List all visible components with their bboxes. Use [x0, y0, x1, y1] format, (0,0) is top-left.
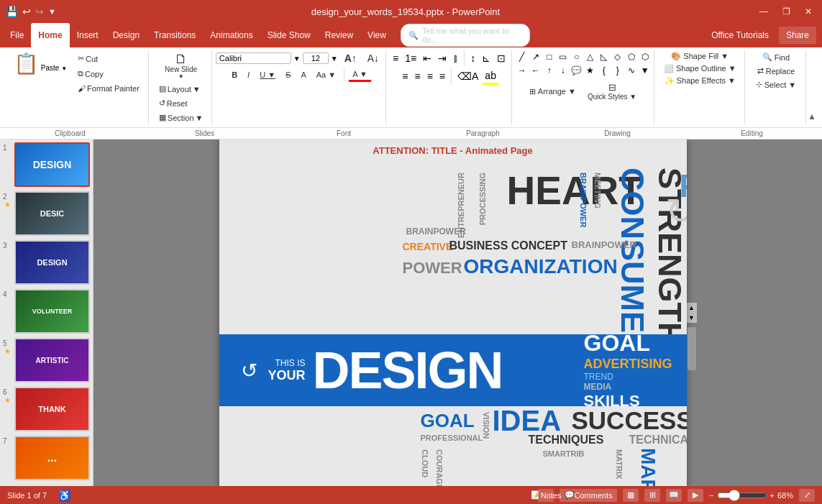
- change-case-button[interactable]: Aa ▼: [312, 68, 340, 81]
- align-left-button[interactable]: ≡: [399, 68, 411, 84]
- restore-button[interactable]: ❐: [778, 5, 795, 18]
- cut-button[interactable]: ✂ Cut: [73, 52, 144, 65]
- slide-thumb-1[interactable]: 1 DESIGN: [3, 142, 90, 187]
- menu-design[interactable]: Design: [106, 23, 147, 47]
- brace-r-shape[interactable]: }: [611, 64, 624, 77]
- decrease-indent-button[interactable]: ⇤: [420, 50, 434, 66]
- increase-font-button[interactable]: A↑: [340, 50, 361, 66]
- redo-icon[interactable]: ↪: [35, 6, 44, 17]
- pentagon-shape[interactable]: ⬠: [625, 50, 638, 63]
- triangle-shape[interactable]: △: [584, 50, 597, 63]
- close-button[interactable]: ✕: [800, 5, 816, 18]
- arrow-l-shape[interactable]: ←: [529, 64, 542, 77]
- menu-home[interactable]: Home: [31, 23, 69, 47]
- strikethrough-button[interactable]: S: [281, 68, 295, 81]
- slide-preview-1[interactable]: DESIGN: [14, 142, 90, 187]
- diamond-shape[interactable]: ◇: [611, 50, 624, 63]
- callout-shape[interactable]: 💬: [570, 64, 583, 77]
- zoom-out-icon[interactable]: −: [709, 491, 713, 500]
- notes-button[interactable]: 📝 Notes: [538, 489, 554, 502]
- font-color-button[interactable]: A ▼: [348, 68, 372, 82]
- slide-thumb-4[interactable]: 4 VOLUNTEER: [3, 289, 90, 334]
- slide-thumb-5[interactable]: 5 ★ ARTISTIC: [3, 338, 90, 382]
- shape-fill-button[interactable]: 🎨 Shape Fill ▼: [667, 50, 732, 63]
- text-direction-button[interactable]: ⊾: [479, 50, 493, 66]
- slide-thumb-2[interactable]: 2 ★ DESIC: [3, 191, 90, 236]
- zoom-slider[interactable]: [717, 490, 767, 501]
- slide-thumb-7[interactable]: 7 ...: [3, 436, 90, 480]
- menu-insert[interactable]: Insert: [70, 23, 106, 47]
- slide-preview-6[interactable]: THANK: [14, 387, 90, 431]
- ribbon-expand-icon[interactable]: ▲: [808, 111, 816, 122]
- tell-me-box[interactable]: 🔍 Tell me what you want to do...: [401, 24, 530, 47]
- copy-button[interactable]: ⧉ Copy: [73, 67, 144, 81]
- justify-button[interactable]: ≡: [437, 68, 448, 84]
- arrange-button[interactable]: ⊞ Arrange ▼: [525, 85, 580, 98]
- round-rect-shape[interactable]: ▭: [557, 50, 570, 63]
- menu-file[interactable]: File: [3, 23, 31, 47]
- new-slide-button[interactable]: 🗋 New Slide ▼: [161, 50, 201, 82]
- increase-indent-button[interactable]: ⇥: [435, 50, 449, 66]
- more-shapes[interactable]: ▼: [639, 64, 652, 77]
- zoom-in-icon[interactable]: +: [770, 491, 775, 500]
- arrow-u-shape[interactable]: ↑: [543, 64, 556, 77]
- scroll-thumb[interactable]: [688, 327, 696, 370]
- vertical-scrollbar[interactable]: ▲ ▼: [687, 303, 697, 323]
- scroll-down-button[interactable]: ▼: [687, 313, 697, 323]
- share-button[interactable]: Share: [779, 27, 816, 44]
- text-highlight-button[interactable]: ab: [482, 68, 499, 85]
- rt-triangle-shape[interactable]: ◺: [598, 50, 611, 63]
- shape-outline-button[interactable]: ⬜ Shape Outline ▼: [660, 63, 740, 75]
- comments-button[interactable]: 💬 Comments: [560, 489, 617, 502]
- layout-button[interactable]: ▤ Layout ▼: [155, 82, 208, 96]
- slide-preview-7[interactable]: ...: [14, 436, 90, 480]
- quick-styles-button[interactable]: ⊟ Quick Styles ▼: [583, 78, 641, 104]
- slide-sorter-button[interactable]: ⊞: [644, 489, 660, 502]
- clear-formatting-button[interactable]: ⌫A: [455, 68, 481, 84]
- format-painter-button[interactable]: 🖌 Format Painter: [73, 82, 144, 95]
- slideshow-button[interactable]: ▶: [688, 489, 703, 502]
- section-button[interactable]: ▦ Section ▼: [155, 111, 208, 124]
- convert-to-smartart-button[interactable]: ⊡: [494, 50, 508, 66]
- slide-canvas[interactable]: ATTENTION: TITLE - Animated Page ENTREPR…: [219, 139, 687, 486]
- font-size-input[interactable]: [303, 52, 329, 64]
- scroll-up-button[interactable]: ▲: [687, 303, 697, 313]
- line-shape[interactable]: ╱: [516, 50, 529, 63]
- office-tutorials-link[interactable]: Office Tutorials: [704, 23, 776, 47]
- ribbon-expand[interactable]: ▲: [808, 50, 819, 124]
- menu-animations[interactable]: Animations: [203, 23, 260, 47]
- font-name-input[interactable]: [216, 52, 291, 64]
- arrow-d-shape[interactable]: ↓: [557, 64, 570, 77]
- find-button[interactable]: 🔍 Find: [757, 50, 795, 64]
- customize-icon[interactable]: ▼: [48, 7, 56, 16]
- minimize-button[interactable]: —: [755, 5, 772, 18]
- reset-button[interactable]: ↺ Reset: [155, 96, 208, 110]
- columns-button[interactable]: ⫿: [450, 50, 461, 66]
- text-shadow-button[interactable]: A: [296, 68, 310, 81]
- slide-preview-2[interactable]: DESIC: [14, 191, 90, 236]
- fit-to-window-button[interactable]: ⤢: [799, 489, 815, 502]
- normal-view-button[interactable]: ▦: [623, 489, 639, 502]
- slide-preview-4[interactable]: VOLUNTEER: [14, 289, 90, 334]
- menu-transitions[interactable]: Transitions: [147, 23, 203, 47]
- undo-icon[interactable]: ↩: [22, 6, 31, 17]
- decrease-font-button[interactable]: A↓: [363, 50, 383, 66]
- menu-slideshow[interactable]: Slide Show: [260, 23, 318, 47]
- paste-button[interactable]: 📋 Paste ▼: [7, 50, 73, 78]
- numbering-button[interactable]: 1≡: [402, 50, 419, 66]
- reading-view-button[interactable]: 📖: [666, 489, 682, 502]
- select-button[interactable]: ⊹ Select ▼: [751, 78, 801, 91]
- hexagon-shape[interactable]: ⬡: [639, 50, 652, 63]
- shape-effects-button[interactable]: ✨ Shape Effects ▼: [661, 75, 739, 87]
- arrow-shape[interactable]: ↗: [529, 50, 542, 63]
- align-right-button[interactable]: ≡: [424, 68, 436, 84]
- slide-preview-5[interactable]: ARTISTIC: [14, 338, 90, 382]
- font-size-dropdown[interactable]: ▼: [331, 55, 338, 63]
- menu-review[interactable]: Review: [318, 23, 360, 47]
- save-icon[interactable]: 💾: [6, 6, 18, 17]
- bullets-button[interactable]: ≡: [390, 50, 401, 66]
- star-shape[interactable]: ★: [584, 64, 597, 77]
- menu-view[interactable]: View: [360, 23, 393, 47]
- oval-shape[interactable]: ○: [570, 50, 583, 63]
- slide-thumb-3[interactable]: 3 DESIGN: [3, 240, 90, 285]
